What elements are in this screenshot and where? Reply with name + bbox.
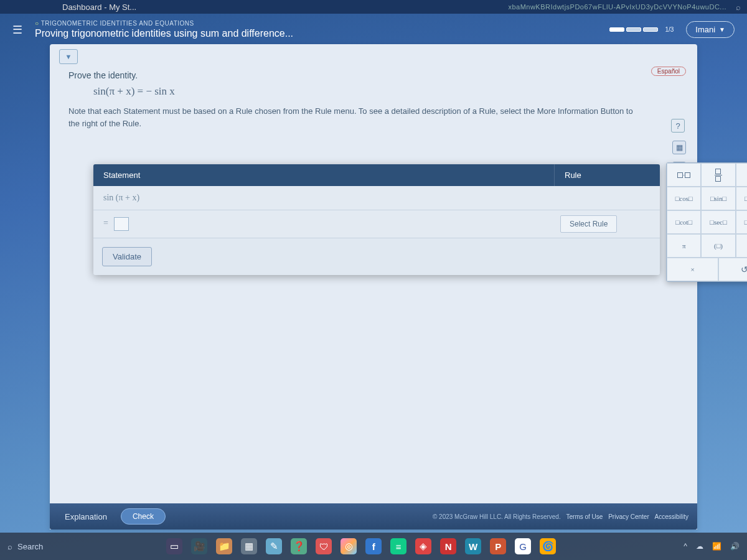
validate-button[interactable]: Validate [102,247,152,266]
link-accessibility[interactable]: Accessibility [655,513,688,520]
app-header: ☰ ○ TRIGONOMETRIC IDENTITIES AND EQUATIO… [0,14,747,44]
taskbar-search-label: Search [17,542,43,551]
taskbar-app-15[interactable]: G [515,538,531,554]
taskbar-app-11[interactable]: ◈ [415,538,431,554]
problem-note: Note that each Statement must be based o… [68,105,641,129]
palette-clear[interactable]: × [667,258,718,281]
browser-tab-title[interactable]: Dashboard - My St... [62,2,136,12]
tray-cloud-icon[interactable]: ☁ [696,542,703,551]
tool-calculator-icon[interactable]: ▦ [672,141,686,154]
user-name: Imani [695,25,715,34]
explanation-button[interactable]: Explanation [59,509,113,525]
taskbar-app-2[interactable]: 🎥 [191,538,207,554]
math-palette: · □cos□ □sin□ □tan□ □cot□ □sec□ □csc□ π … [666,162,747,282]
equals-sign: = [103,218,108,228]
palette-sec[interactable]: □sec□ [701,210,735,234]
palette-csc[interactable]: □csc□ [736,210,747,234]
proof-table: Statement Rule sin (π + x) = Select Rule… [93,164,660,275]
language-button[interactable]: Español [651,67,686,76]
palette-sqrt[interactable]: √□ [736,234,747,258]
proof-header: Statement Rule [93,164,660,186]
taskbar-apps: ▭ 🎥 📁 ▦ ✎ ❓ 🛡 ◎ f ≡ ◈ N W P G 🌀 [166,538,556,554]
link-privacy[interactable]: Privacy Center [608,513,649,520]
taskbar-app-6[interactable]: ❓ [291,538,307,554]
palette-undo[interactable]: ↺ [718,258,747,281]
help-button[interactable]: ? [671,119,685,133]
proof-row-2: = Select Rule [93,210,660,238]
user-menu[interactable]: Imani ▼ [686,21,735,38]
taskbar-app-14[interactable]: P [490,538,506,554]
statement-1: sin (π + x) [93,186,554,210]
palette-multiply[interactable]: · [667,163,701,187]
menu-icon[interactable]: ☰ [12,23,22,37]
taskbar-app-13[interactable]: W [465,538,481,554]
palette-exponent[interactable] [736,163,747,187]
taskbar-app-1[interactable]: ▭ [166,538,182,554]
progress-indicator: 1/3 [609,26,674,33]
taskbar-app-5[interactable]: ✎ [266,538,282,554]
section-name-text: TRIGONOMETRIC IDENTITIES AND EQUATIONS [41,20,194,27]
taskbar: ⌕ Search ▭ 🎥 📁 ▦ ✎ ❓ 🛡 ◎ f ≡ ◈ N W P G 🌀… [0,533,747,560]
search-icon: ⌕ [7,542,12,551]
lesson-title: Proving trigonometric identities using s… [35,28,609,39]
taskbar-app-9[interactable]: f [365,538,382,554]
proof-row-1: sin (π + x) [93,186,660,210]
tray-wifi-icon[interactable]: 📶 [712,542,721,551]
taskbar-app-12[interactable]: N [440,538,456,554]
palette-cos[interactable]: □cos□ [667,187,701,210]
scroll-down-button[interactable]: ▼ [59,49,78,64]
browser-bar: Dashboard - My St... xbaMnwKBRIdwtjsPDo6… [0,0,747,14]
progress-seg-1 [609,27,624,32]
taskbar-app-3[interactable]: 📁 [216,538,232,554]
rule-1 [554,194,660,202]
statement-2[interactable]: = [93,210,554,238]
taskbar-search[interactable]: ⌕ Search [7,542,43,551]
palette-sin[interactable]: □sin□ [701,187,735,210]
header-text: ○ TRIGONOMETRIC IDENTITIES AND EQUATIONS… [35,20,609,39]
problem-identity: sin(π + x) = − sin x [93,85,679,98]
link-terms[interactable]: Terms of Use [566,513,603,520]
select-rule-button[interactable]: Select Rule [560,215,617,233]
taskbar-app-4[interactable]: ▦ [241,538,257,554]
system-tray[interactable]: ^ ☁ 📶 🔊 [684,542,740,551]
taskbar-app-16[interactable]: 🌀 [540,538,556,554]
rule-2: Select Rule [554,212,660,236]
chevron-down-icon: ▼ [719,26,725,33]
col-rule: Rule [554,164,660,186]
problem-area: Prove the identity. sin(π + x) = − sin x… [50,44,697,136]
content-panel: ▼ Español ? ▦ ▶ ⊞ 🗗 Prove the identity. … [50,44,697,530]
palette-tan[interactable]: □tan□ [736,187,747,210]
progress-seg-2 [626,27,641,32]
check-button[interactable]: Check [121,508,166,525]
section-name: ○ TRIGONOMETRIC IDENTITIES AND EQUATIONS [35,20,609,27]
progress-seg-3 [643,27,658,32]
progress-count: 1/3 [665,26,674,33]
palette-cot[interactable]: □cot□ [667,210,701,234]
col-statement: Statement [93,164,554,186]
statement-input[interactable] [114,217,129,231]
copyright: © 2023 McGraw Hill LLC. All Rights Reser… [433,513,688,520]
tray-sound-icon[interactable]: 🔊 [730,542,740,551]
taskbar-app-8[interactable]: ◎ [341,538,357,554]
tray-chevron-icon[interactable]: ^ [684,542,687,551]
palette-pi[interactable]: π [667,234,701,258]
content-footer: Explanation Check © 2023 McGraw Hill LLC… [50,503,697,530]
taskbar-app-10[interactable]: ≡ [390,538,406,554]
copyright-text: © 2023 McGraw Hill LLC. All Rights Reser… [433,513,561,520]
taskbar-app-7[interactable]: 🛡 [316,538,332,554]
palette-paren[interactable]: (□) [701,234,735,258]
problem-prompt: Prove the identity. [68,70,679,80]
search-icon[interactable]: ⌕ [736,2,741,12]
palette-fraction[interactable] [701,163,735,187]
url-fragment: xbaMnwKBRIdwtjsPDo67wFLlU-APvIxUD3yDcVVY… [508,3,726,11]
